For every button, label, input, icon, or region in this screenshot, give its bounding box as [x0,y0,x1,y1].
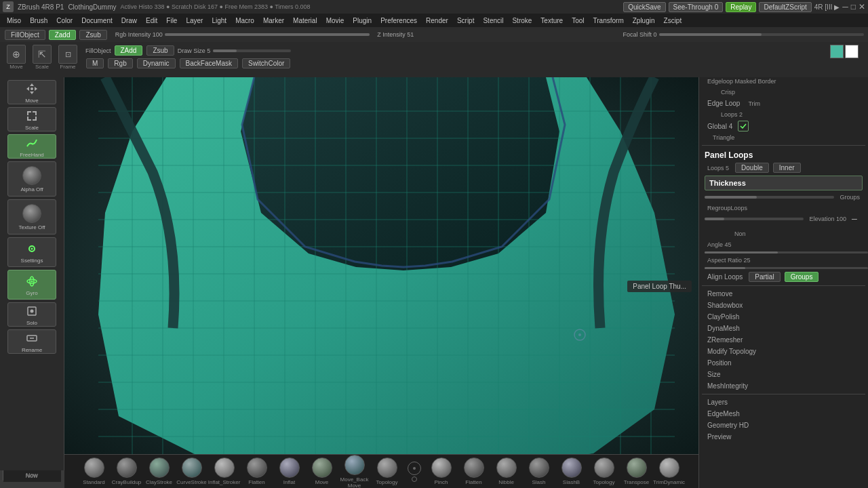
menu-light[interactable]: Light [208,16,231,26]
align-loops-label[interactable]: Align Loops [705,272,745,282]
maximize-button[interactable]: □ [851,2,856,12]
brush-move-back[interactable]: Move_Back Move [339,453,370,489]
sidebar-freehand-btn[interactable]: FreeHand [7,134,56,159]
menu-plugin[interactable]: Plugin [349,16,376,26]
tool-move[interactable]: ⊕ Move [4,45,28,70]
brush-inflatstroker[interactable]: Inflat_Stroker [209,456,240,487]
inner-btn[interactable]: Inner [773,163,801,173]
sidebar-gyro-btn[interactable]: Gyro [7,270,56,300]
size-label[interactable]: Size [705,369,723,380]
sidebar-move-btn[interactable]: Move [7,80,56,104]
menu-draw[interactable]: Draw [117,16,141,26]
replay-button[interactable]: Replay [726,2,756,12]
layers-label[interactable]: Layers [705,397,730,407]
edgemesh-label[interactable]: EdgeMesh [705,409,743,419]
menu-file[interactable]: File [162,16,181,26]
edge-loop-label[interactable]: Edge Loop [705,98,743,108]
modify-topology-label[interactable]: Modify Topology [705,346,759,357]
viewport[interactable]: Panel Loop Thu... [64,77,698,454]
menu-edit[interactable]: Edit [142,16,161,26]
menu-miso[interactable]: Miso [3,16,25,26]
menu-preferences[interactable]: Preferences [376,16,421,26]
draw-size-slider[interactable] [213,49,291,52]
global-4-label[interactable]: Global 4 [705,121,735,131]
groups-slider[interactable] [705,196,834,199]
elevation-collapse[interactable]: ─ [852,215,863,223]
brush-claystroke[interactable]: ClayStroke [144,456,175,487]
shadowbox-label[interactable]: Shadowbox [705,300,745,310]
groups-btn[interactable]: Groups [785,272,819,282]
trim-label[interactable]: Trim [745,99,763,108]
brush-flatten2[interactable]: Flatten [458,456,490,487]
global-4-checkbox[interactable] [738,121,749,131]
claypolish-label[interactable]: ClayPolish [705,312,742,322]
brush-curvestroke[interactable]: CurveStroke [176,456,208,487]
preview-label[interactable]: Preview [705,432,734,442]
aspect-slider[interactable] [705,267,868,269]
brush-flatten[interactable]: Flatten [241,456,273,487]
brush-topology2[interactable]: Topology [589,456,620,487]
brush-transpose[interactable]: Transpose [621,456,652,487]
position-label[interactable]: Position [705,358,734,368]
tool-frame[interactable]: ⊡ Frame [56,45,80,70]
menu-macro[interactable]: Macro [231,16,258,26]
zremesher-label[interactable]: ZRemesher [705,335,745,345]
angle-label[interactable]: Angle 45 [705,240,734,249]
elevation-label[interactable]: Elevation 100 [806,214,849,224]
color-swatch-teal[interactable] [830,45,844,58]
edgeloop-masked-label[interactable]: Edgeloop Masked Border [705,77,779,86]
menu-marker[interactable]: Marker [259,16,288,26]
color-swatch-white[interactable] [845,45,859,58]
dynamesh-label[interactable]: DynaMesh [705,323,743,333]
menu-movie[interactable]: Movie [322,16,349,26]
tool-scale[interactable]: ⇱ Scale [30,45,54,70]
zadd-button[interactable]: Zadd [49,30,77,40]
remove-label[interactable]: Remove [705,289,735,299]
nav-circle[interactable] [408,462,421,475]
zadd-btn2[interactable]: ZAdd [115,45,143,56]
double-btn[interactable]: Double [735,163,769,173]
seethrough-button[interactable]: See-Through 0 [669,2,724,12]
menu-stencil[interactable]: Stencil [479,16,507,26]
zsub-btn2[interactable]: Zsub [146,45,174,56]
menu-render[interactable]: Render [422,16,452,26]
menu-material[interactable]: Material [289,16,321,26]
groups-label[interactable]: Groups [837,192,863,202]
zsub-button[interactable]: Zsub [79,30,106,40]
sidebar-texture-btn[interactable]: Texture Off [7,199,56,235]
brush-topology[interactable]: Topology [372,456,403,487]
brush-inflat[interactable]: Inflat [274,456,305,487]
rgb-button[interactable]: Rgb [108,58,132,68]
thickness-title[interactable]: Thickness [709,179,746,187]
menu-zplugin[interactable]: Zplugin [629,16,659,26]
switch-color-button[interactable]: SwitchColor [242,58,290,68]
sidebar-solo-btn[interactable]: Solo [7,302,56,327]
menu-brush[interactable]: Brush [26,16,52,26]
aspect-ratio-label[interactable]: Aspect Ratio 25 [705,256,753,265]
sidebar-alpha-btn[interactable]: Alpha Off [7,161,56,197]
triangle-label[interactable]: Triangle [710,133,737,142]
menu-stroke[interactable]: Stroke [508,16,536,26]
fillobject-button[interactable]: FillObject [5,30,45,40]
regroup-loops-label[interactable]: RegroupLoops [705,203,750,213]
menu-transform[interactable]: Transform [589,16,628,26]
backface-mask-button[interactable]: BackFaceMask [180,58,238,68]
loops-2-label[interactable]: Loops 2 [718,110,745,119]
brush-trimdynamic[interactable]: TrimDynamic [654,456,685,487]
brush-slash[interactable]: Slash [524,456,555,487]
mesh-integrity-label[interactable]: MeshIntegrity [705,381,751,391]
menu-tool[interactable]: Tool [568,16,588,26]
mrgb-button[interactable]: M [86,58,104,68]
sidebar-rename-btn[interactable]: Rename [7,329,56,354]
brush-standard[interactable]: Standard [79,456,110,487]
brush-move[interactable]: Move [307,456,338,487]
menu-layer[interactable]: Layer [182,16,207,26]
sidebar-ssettings-btn[interactable]: Ssettings [7,237,56,267]
crisp-label[interactable]: Crisp [718,87,738,97]
menu-script[interactable]: Script [453,16,479,26]
elevation-slider[interactable] [705,218,804,220]
brush-slashb[interactable]: SlashB [556,456,587,487]
menu-document[interactable]: Document [77,16,117,26]
brush-pinch[interactable]: Pinch [426,456,457,487]
brush-craybuildup[interactable]: CrayBuildup [111,456,142,487]
